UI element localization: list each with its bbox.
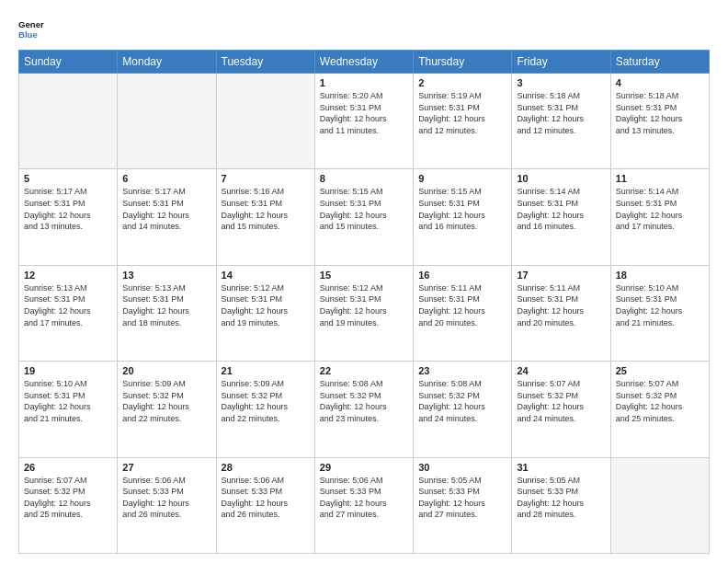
logo: General Blue xyxy=(18,17,44,42)
day-number: 8 xyxy=(320,173,408,184)
day-number: 23 xyxy=(418,365,506,376)
day-number: 30 xyxy=(418,462,506,473)
day-number: 14 xyxy=(222,270,310,281)
day-info: Sunrise: 5:15 AM Sunset: 5:31 PM Dayligh… xyxy=(418,186,506,232)
calendar-cell: 16Sunrise: 5:11 AM Sunset: 5:31 PM Dayli… xyxy=(414,265,512,361)
calendar-cell: 6Sunrise: 5:17 AM Sunset: 5:31 PM Daylig… xyxy=(118,169,216,265)
day-info: Sunrise: 5:17 AM Sunset: 5:31 PM Dayligh… xyxy=(24,186,112,232)
calendar-cell: 3Sunrise: 5:18 AM Sunset: 5:31 PM Daylig… xyxy=(512,74,610,169)
day-info: Sunrise: 5:19 AM Sunset: 5:31 PM Dayligh… xyxy=(418,90,506,136)
day-info: Sunrise: 5:12 AM Sunset: 5:31 PM Dayligh… xyxy=(222,282,310,328)
day-info: Sunrise: 5:11 AM Sunset: 5:31 PM Dayligh… xyxy=(418,282,506,328)
calendar-cell: 7Sunrise: 5:16 AM Sunset: 5:31 PM Daylig… xyxy=(216,169,314,265)
calendar-cell: 10Sunrise: 5:14 AM Sunset: 5:31 PM Dayli… xyxy=(512,169,610,265)
day-number: 25 xyxy=(616,365,704,376)
calendar-cell: 30Sunrise: 5:05 AM Sunset: 5:33 PM Dayli… xyxy=(414,457,512,553)
day-info: Sunrise: 5:20 AM Sunset: 5:31 PM Dayligh… xyxy=(320,90,408,136)
calendar-cell: 19Sunrise: 5:10 AM Sunset: 5:31 PM Dayli… xyxy=(19,362,118,457)
day-number: 6 xyxy=(122,173,210,184)
day-info: Sunrise: 5:06 AM Sunset: 5:33 PM Dayligh… xyxy=(222,475,310,521)
day-info: Sunrise: 5:06 AM Sunset: 5:33 PM Dayligh… xyxy=(122,475,210,521)
calendar-cell: 9Sunrise: 5:15 AM Sunset: 5:31 PM Daylig… xyxy=(414,169,512,265)
day-number: 15 xyxy=(320,270,408,281)
weekday-header: Friday xyxy=(512,51,610,74)
day-number: 26 xyxy=(24,462,112,473)
day-info: Sunrise: 5:11 AM Sunset: 5:31 PM Dayligh… xyxy=(517,282,605,328)
calendar-cell: 1Sunrise: 5:20 AM Sunset: 5:31 PM Daylig… xyxy=(314,74,413,169)
calendar-cell: 26Sunrise: 5:07 AM Sunset: 5:32 PM Dayli… xyxy=(19,457,118,553)
calendar-cell: 5Sunrise: 5:17 AM Sunset: 5:31 PM Daylig… xyxy=(19,169,118,265)
day-number: 7 xyxy=(222,173,310,184)
svg-text:Blue: Blue xyxy=(18,29,38,40)
calendar-cell: 2Sunrise: 5:19 AM Sunset: 5:31 PM Daylig… xyxy=(414,74,512,169)
day-info: Sunrise: 5:05 AM Sunset: 5:33 PM Dayligh… xyxy=(517,475,605,521)
day-number: 16 xyxy=(418,270,506,281)
day-info: Sunrise: 5:13 AM Sunset: 5:31 PM Dayligh… xyxy=(122,282,210,328)
calendar-cell: 23Sunrise: 5:08 AM Sunset: 5:32 PM Dayli… xyxy=(414,362,512,457)
day-info: Sunrise: 5:10 AM Sunset: 5:31 PM Dayligh… xyxy=(616,282,704,328)
calendar-cell xyxy=(118,74,216,169)
day-info: Sunrise: 5:14 AM Sunset: 5:31 PM Dayligh… xyxy=(517,186,605,232)
calendar-cell: 17Sunrise: 5:11 AM Sunset: 5:31 PM Dayli… xyxy=(512,265,610,361)
calendar-cell: 21Sunrise: 5:09 AM Sunset: 5:32 PM Dayli… xyxy=(216,362,314,457)
calendar-cell: 12Sunrise: 5:13 AM Sunset: 5:31 PM Dayli… xyxy=(19,265,118,361)
weekday-header: Saturday xyxy=(610,51,709,74)
weekday-header: Sunday xyxy=(19,51,118,74)
day-number: 18 xyxy=(616,270,704,281)
day-number: 24 xyxy=(517,365,605,376)
day-info: Sunrise: 5:07 AM Sunset: 5:32 PM Dayligh… xyxy=(517,378,605,424)
day-number: 10 xyxy=(517,173,605,184)
day-info: Sunrise: 5:06 AM Sunset: 5:33 PM Dayligh… xyxy=(320,475,408,521)
day-info: Sunrise: 5:16 AM Sunset: 5:31 PM Dayligh… xyxy=(222,186,310,232)
day-number: 28 xyxy=(222,462,310,473)
day-info: Sunrise: 5:13 AM Sunset: 5:31 PM Dayligh… xyxy=(24,282,112,328)
day-number: 5 xyxy=(24,173,112,184)
header: General Blue xyxy=(18,17,710,42)
logo-icon: General Blue xyxy=(18,17,44,42)
svg-text:General: General xyxy=(18,19,44,29)
day-info: Sunrise: 5:08 AM Sunset: 5:32 PM Dayligh… xyxy=(320,378,408,424)
day-number: 11 xyxy=(616,173,704,184)
day-number: 12 xyxy=(24,270,112,281)
calendar-cell: 14Sunrise: 5:12 AM Sunset: 5:31 PM Dayli… xyxy=(216,265,314,361)
day-info: Sunrise: 5:05 AM Sunset: 5:33 PM Dayligh… xyxy=(418,475,506,521)
day-number: 2 xyxy=(418,77,506,88)
calendar-cell: 4Sunrise: 5:18 AM Sunset: 5:31 PM Daylig… xyxy=(610,74,709,169)
day-info: Sunrise: 5:09 AM Sunset: 5:32 PM Dayligh… xyxy=(222,378,310,424)
day-info: Sunrise: 5:18 AM Sunset: 5:31 PM Dayligh… xyxy=(517,90,605,136)
weekday-header: Monday xyxy=(118,51,216,74)
calendar-cell: 8Sunrise: 5:15 AM Sunset: 5:31 PM Daylig… xyxy=(314,169,413,265)
calendar-cell: 27Sunrise: 5:06 AM Sunset: 5:33 PM Dayli… xyxy=(118,457,216,553)
calendar-cell: 18Sunrise: 5:10 AM Sunset: 5:31 PM Dayli… xyxy=(610,265,709,361)
day-info: Sunrise: 5:07 AM Sunset: 5:32 PM Dayligh… xyxy=(24,475,112,521)
calendar-cell: 22Sunrise: 5:08 AM Sunset: 5:32 PM Dayli… xyxy=(314,362,413,457)
calendar-cell: 24Sunrise: 5:07 AM Sunset: 5:32 PM Dayli… xyxy=(512,362,610,457)
calendar-cell: 15Sunrise: 5:12 AM Sunset: 5:31 PM Dayli… xyxy=(314,265,413,361)
day-number: 19 xyxy=(24,365,112,376)
day-number: 22 xyxy=(320,365,408,376)
day-number: 9 xyxy=(418,173,506,184)
calendar-cell xyxy=(216,74,314,169)
day-number: 3 xyxy=(517,77,605,88)
calendar-cell: 29Sunrise: 5:06 AM Sunset: 5:33 PM Dayli… xyxy=(314,457,413,553)
calendar-cell: 11Sunrise: 5:14 AM Sunset: 5:31 PM Dayli… xyxy=(610,169,709,265)
day-number: 1 xyxy=(320,77,408,88)
day-number: 20 xyxy=(122,365,210,376)
weekday-header: Thursday xyxy=(414,51,512,74)
calendar-cell: 13Sunrise: 5:13 AM Sunset: 5:31 PM Dayli… xyxy=(118,265,216,361)
day-number: 13 xyxy=(122,270,210,281)
day-info: Sunrise: 5:17 AM Sunset: 5:31 PM Dayligh… xyxy=(122,186,210,232)
calendar-cell: 31Sunrise: 5:05 AM Sunset: 5:33 PM Dayli… xyxy=(512,457,610,553)
day-number: 29 xyxy=(320,462,408,473)
day-number: 31 xyxy=(517,462,605,473)
calendar-cell: 25Sunrise: 5:07 AM Sunset: 5:32 PM Dayli… xyxy=(610,362,709,457)
day-number: 17 xyxy=(517,270,605,281)
day-number: 27 xyxy=(122,462,210,473)
day-info: Sunrise: 5:18 AM Sunset: 5:31 PM Dayligh… xyxy=(616,90,704,136)
day-number: 21 xyxy=(222,365,310,376)
weekday-header: Tuesday xyxy=(216,51,314,74)
page: General Blue SundayMondayTuesdayWednesda… xyxy=(0,0,728,563)
weekday-header: Wednesday xyxy=(314,51,413,74)
day-info: Sunrise: 5:12 AM Sunset: 5:31 PM Dayligh… xyxy=(320,282,408,328)
calendar-cell: 28Sunrise: 5:06 AM Sunset: 5:33 PM Dayli… xyxy=(216,457,314,553)
